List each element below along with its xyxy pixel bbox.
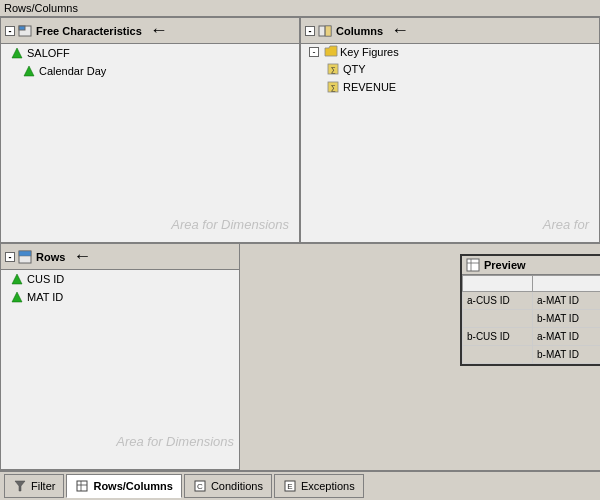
svg-rect-15	[467, 259, 479, 271]
columns-arrow: ←	[391, 20, 409, 41]
rows-content-area: Preview QTY REVENUE	[240, 244, 600, 470]
table-row: a-CUS ID a-MAT ID	[463, 292, 601, 310]
tab-conditions-label: Conditions	[211, 480, 263, 492]
saloff-char-icon	[9, 45, 25, 61]
columns-header: - Columns ←	[301, 18, 599, 44]
tab-exceptions[interactable]: E Exceptions	[274, 474, 364, 498]
rows-arrow: ←	[73, 246, 91, 267]
columns-label: Columns	[336, 25, 383, 37]
svg-text:E: E	[287, 482, 292, 491]
tree-key-figures[interactable]: - Key Figures	[301, 44, 599, 60]
free-char-tree: SALOFF Calendar Day	[1, 44, 299, 80]
preview-b-mat-id-2: b-MAT ID	[533, 346, 601, 364]
preview-a-mat-id-2: a-MAT ID	[533, 328, 601, 346]
preview-col-empty2	[533, 276, 601, 292]
tree-item-saloff[interactable]: SALOFF	[1, 44, 299, 62]
tab-filter[interactable]: Filter	[4, 474, 64, 498]
preview-icon	[466, 258, 480, 272]
preview-a-empty	[463, 310, 533, 328]
preview-b-mat-id-1: b-MAT ID	[533, 310, 601, 328]
svg-marker-2	[12, 48, 22, 58]
preview-table: QTY REVENUE a-CUS ID a-MAT ID	[462, 275, 600, 364]
columns-icon	[318, 24, 332, 38]
table-row: b-MAT ID	[463, 346, 601, 364]
columns-watermark: Area for	[543, 217, 589, 232]
window-title: Rows/Columns	[4, 2, 78, 14]
title-bar: Rows/Columns	[0, 0, 600, 17]
mat-id-char-icon	[9, 289, 25, 305]
free-char-label: Free Characteristics	[36, 25, 142, 37]
rows-watermark: Area for Dimensions	[116, 434, 234, 449]
key-figures-label: Key Figures	[340, 46, 399, 58]
columns-tree: - Key Figures ∑	[301, 44, 599, 96]
tree-item-calendar-day[interactable]: Calendar Day	[1, 62, 299, 80]
svg-rect-19	[77, 481, 87, 491]
tab-rows-columns-label: Rows/Columns	[93, 480, 172, 492]
svg-marker-14	[12, 292, 22, 302]
tab-exceptions-label: Exceptions	[301, 480, 355, 492]
free-char-expand[interactable]: -	[5, 26, 15, 36]
preview-col-empty	[463, 276, 533, 292]
tab-conditions[interactable]: C Conditions	[184, 474, 272, 498]
free-char-arrow: ←	[150, 20, 168, 41]
conditions-icon: C	[193, 479, 207, 493]
svg-text:C: C	[197, 482, 203, 491]
key-figures-folder-icon	[324, 45, 338, 59]
rows-expand[interactable]: -	[5, 252, 15, 262]
rows-header: - Rows ←	[1, 244, 239, 270]
tree-item-revenue[interactable]: ∑ REVENUE	[301, 78, 599, 96]
content-area: - Free Characteristics ←	[0, 17, 600, 470]
revenue-keyfig-icon: ∑	[325, 79, 341, 95]
calendar-day-label: Calendar Day	[39, 65, 106, 77]
svg-text:∑: ∑	[331, 66, 336, 74]
free-char-icon	[18, 24, 32, 38]
svg-rect-1	[19, 26, 25, 30]
svg-rect-5	[325, 26, 331, 36]
filter-icon	[13, 479, 27, 493]
top-panels: - Free Characteristics ←	[0, 17, 600, 244]
preview-header: Preview	[462, 256, 600, 275]
preview-a-cus-id: a-CUS ID	[463, 292, 533, 310]
table-row: b-CUS ID a-MAT ID	[463, 328, 601, 346]
key-figures-expand[interactable]: -	[309, 47, 319, 57]
cus-id-char-icon	[9, 271, 25, 287]
columns-panel: - Columns ←	[300, 17, 600, 243]
svg-marker-13	[12, 274, 22, 284]
rows-icon	[18, 250, 32, 264]
svg-marker-3	[24, 66, 34, 76]
qty-keyfig-icon: ∑	[325, 61, 341, 77]
preview-b-cus-id: b-CUS ID	[463, 328, 533, 346]
table-row: b-MAT ID	[463, 310, 601, 328]
svg-rect-12	[19, 251, 31, 256]
revenue-label: REVENUE	[343, 81, 396, 93]
svg-marker-18	[15, 481, 25, 491]
rows-columns-icon	[75, 479, 89, 493]
columns-expand[interactable]: -	[305, 26, 315, 36]
rows-label: Rows	[36, 251, 65, 263]
rows-tree: CUS ID MAT ID	[1, 270, 239, 306]
free-characteristics-panel: - Free Characteristics ←	[0, 17, 300, 243]
free-char-header: - Free Characteristics ←	[1, 18, 299, 44]
saloff-label: SALOFF	[27, 47, 70, 59]
svg-text:∑: ∑	[331, 84, 336, 92]
qty-label: QTY	[343, 63, 366, 75]
preview-panel: Preview QTY REVENUE	[460, 254, 600, 366]
cus-id-label: CUS ID	[27, 273, 64, 285]
bottom-panels: - Rows ←	[0, 244, 600, 470]
tab-filter-label: Filter	[31, 480, 55, 492]
preview-label: Preview	[484, 259, 526, 271]
tree-item-cus-id[interactable]: CUS ID	[1, 270, 239, 288]
calendar-day-char-icon	[21, 63, 37, 79]
tree-item-mat-id[interactable]: MAT ID	[1, 288, 239, 306]
mat-id-label: MAT ID	[27, 291, 63, 303]
free-char-watermark: Area for Dimensions	[171, 217, 289, 232]
tab-rows-columns[interactable]: Rows/Columns	[66, 474, 181, 498]
preview-a-mat-id-1: a-MAT ID	[533, 292, 601, 310]
preview-b-empty	[463, 346, 533, 364]
exceptions-icon: E	[283, 479, 297, 493]
tab-bar: Filter Rows/Columns C Conditions	[0, 470, 600, 500]
rows-panel: - Rows ←	[0, 244, 240, 470]
tree-item-qty[interactable]: ∑ QTY	[301, 60, 599, 78]
main-container: Rows/Columns - Free Characteristics	[0, 0, 600, 500]
